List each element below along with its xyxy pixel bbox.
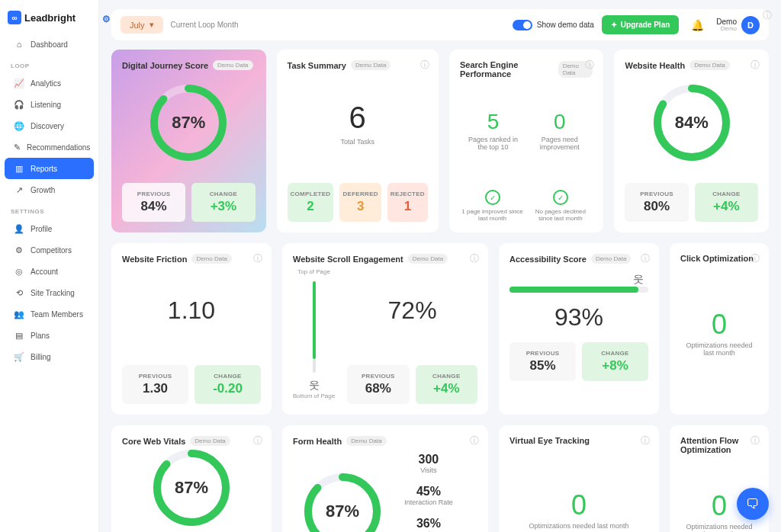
nav-label: Dashboard	[31, 40, 68, 49]
scroll-bar	[313, 281, 316, 373]
chat-fab[interactable]: 🗨	[737, 488, 769, 520]
account-icon: ◎	[14, 266, 24, 277]
nav-label: Team Members	[31, 310, 83, 319]
nav-profile[interactable]: 👤Profile	[5, 218, 94, 239]
info-icon[interactable]: ⓘ	[750, 59, 760, 72]
vet-count: 0	[571, 492, 587, 519]
info-icon[interactable]: ⓘ	[641, 434, 650, 447]
user-menu[interactable]: Demo Demo D	[716, 16, 760, 34]
person-icon: 웃	[309, 379, 320, 393]
card-scroll-engagement: Website Scroll EngagementDemo Data ⓘ Top…	[282, 243, 488, 415]
info-icon[interactable]: ⓘ	[470, 434, 479, 447]
nav-label: Profile	[31, 225, 52, 233]
bell-icon[interactable]: 🔔	[686, 19, 709, 31]
demo-badge: Demo Data	[213, 60, 252, 70]
loop-month-label: Current Loop Month	[171, 21, 239, 29]
nav-site-tracking[interactable]: ⟲Site Tracking	[5, 282, 94, 303]
info-icon[interactable]: ⓘ	[763, 9, 772, 22]
gauge-value: 87%	[172, 113, 205, 133]
info-icon[interactable]: ⓘ	[253, 434, 262, 447]
nav-section-settings: SETTINGS	[0, 200, 98, 218]
nav-label: Recommendations	[27, 143, 90, 152]
nav-listening[interactable]: 🎧Listening	[5, 94, 94, 115]
nav-discovery[interactable]: 🌐Discovery	[5, 115, 94, 136]
card-search-engine: Search Engine PerformanceDemo Data ⓘ 5 P…	[449, 50, 604, 232]
nav-label: Billing	[31, 353, 51, 361]
stat-previous: PREVIOUS1.30	[122, 365, 188, 404]
nav-billing[interactable]: 🛒Billing	[5, 346, 94, 367]
nav-team[interactable]: 👥Team Members	[5, 303, 94, 325]
month-selector[interactable]: July ▾	[121, 16, 163, 34]
accessibility-pct: 93%	[554, 303, 603, 332]
month-value: July	[130, 21, 145, 30]
scroll-pct: 72%	[388, 296, 437, 325]
nav-label: Account	[31, 268, 58, 276]
nav-account[interactable]: ◎Account	[5, 261, 94, 282]
stat-change: CHANGE+4%	[695, 183, 758, 222]
nav-label: Analytics	[31, 79, 61, 88]
person-icon: 웃	[633, 273, 644, 285]
user-sub: Demo	[716, 26, 737, 33]
card-virtual-eye-tracking: Virtual Eye Tracking ⓘ 0 Optimizations n…	[499, 425, 659, 532]
analytics-icon: 📈	[14, 78, 24, 88]
stat-previous: PREVIOUS68%	[347, 365, 409, 404]
info-icon[interactable]: ⓘ	[750, 252, 760, 265]
nav-plans[interactable]: ▤Plans	[5, 325, 94, 346]
form-stats: 300Visits 45%Interaction Rate 36%Convers…	[400, 453, 458, 533]
card-digital-journey-score: Digital Journey Score Demo Data ⓘ 87% PR…	[111, 50, 266, 232]
nav-label: Plans	[31, 332, 50, 340]
card-form-health: Form HealthDemo Data ⓘ 87% 300Visits 45%…	[282, 425, 488, 532]
nav-dashboard[interactable]: ⌂ Dashboard	[5, 34, 94, 55]
logo[interactable]: ∞ Leadbright ⚙	[0, 8, 98, 34]
info-icon[interactable]: ⓘ	[641, 252, 650, 265]
stat-completed: COMPLETED2	[288, 183, 334, 222]
info-icon[interactable]: ⓘ	[750, 434, 760, 447]
stat-previous: PREVIOUS85%	[509, 342, 576, 381]
stat-rejected: REJECTED1	[387, 183, 428, 222]
nav-label: Listening	[31, 101, 61, 109]
nav-label: Reports	[31, 165, 57, 173]
main-content: July ▾ Current Loop Month Show demo data…	[99, 0, 781, 532]
plans-icon: ▤	[14, 330, 24, 341]
upgrade-button[interactable]: ✦ Upgrade Plan	[602, 15, 679, 34]
tracking-icon: ⟲	[14, 287, 24, 298]
card-click-optimization: Click Optimization ⓘ 0 Optimizations nee…	[670, 243, 769, 415]
sparkle-icon: ✦	[611, 21, 617, 29]
declined-stat: ✓No pages declined since last month	[528, 190, 593, 222]
demo-toggle[interactable]: Show demo data	[513, 20, 594, 30]
user-name: Demo	[716, 18, 737, 26]
nav-label: Growth	[31, 186, 55, 194]
nav-label: Site Tracking	[31, 289, 75, 297]
upgrade-label: Upgrade Plan	[621, 21, 670, 29]
settings-gear-icon[interactable]: ⚙	[102, 14, 111, 24]
topbar: July ▾ Current Loop Month Show demo data…	[111, 9, 769, 40]
info-icon[interactable]: ⓘ	[420, 59, 429, 72]
nav-reports[interactable]: ▥Reports	[5, 158, 94, 179]
demo-toggle-label: Show demo data	[537, 21, 594, 29]
nav-competitors[interactable]: ⚙Competitors	[5, 239, 94, 261]
reports-icon: ▥	[14, 163, 24, 174]
listening-icon: 🎧	[14, 99, 24, 110]
sidebar: ∞ Leadbright ⚙ ⌂ Dashboard LOOP 📈Analyti…	[0, 0, 99, 532]
card-website-friction: Website FrictionDemo Data ⓘ 1.10 PREVIOU…	[111, 243, 272, 415]
info-icon[interactable]: ⓘ	[253, 252, 262, 265]
toggle-switch[interactable]	[513, 20, 532, 30]
card-website-health: Website HealthDemo Data ⓘ 84% PREVIOUS80…	[614, 50, 769, 232]
pages-ranked: 5 Pages ranked in the top 10	[460, 110, 526, 151]
gauge: 87%	[301, 470, 384, 533]
brand-name: Leadbright	[24, 12, 76, 24]
card-core-web-vitals: Core Web VitalsDemo Data ⓘ 87% PREVIOUS8…	[111, 425, 272, 532]
pages-need-improvement: 0 Pages need improvement	[526, 110, 593, 151]
discovery-icon: 🌐	[14, 120, 24, 131]
nav-section-loop: LOOP	[0, 55, 98, 72]
nav-growth[interactable]: ↗Growth	[5, 179, 94, 200]
nav-recommendations[interactable]: ✎Recommendations	[5, 136, 94, 158]
nav-analytics[interactable]: 📈Analytics	[5, 72, 94, 94]
friction-score: 1.10	[168, 296, 215, 325]
total-tasks: 6	[349, 101, 366, 135]
logo-icon: ∞	[8, 11, 21, 24]
info-icon[interactable]: ⓘ	[470, 252, 479, 265]
gauge: 84%	[650, 81, 734, 165]
accessibility-slider: 웃	[509, 287, 648, 293]
info-icon[interactable]: ⓘ	[585, 59, 594, 72]
